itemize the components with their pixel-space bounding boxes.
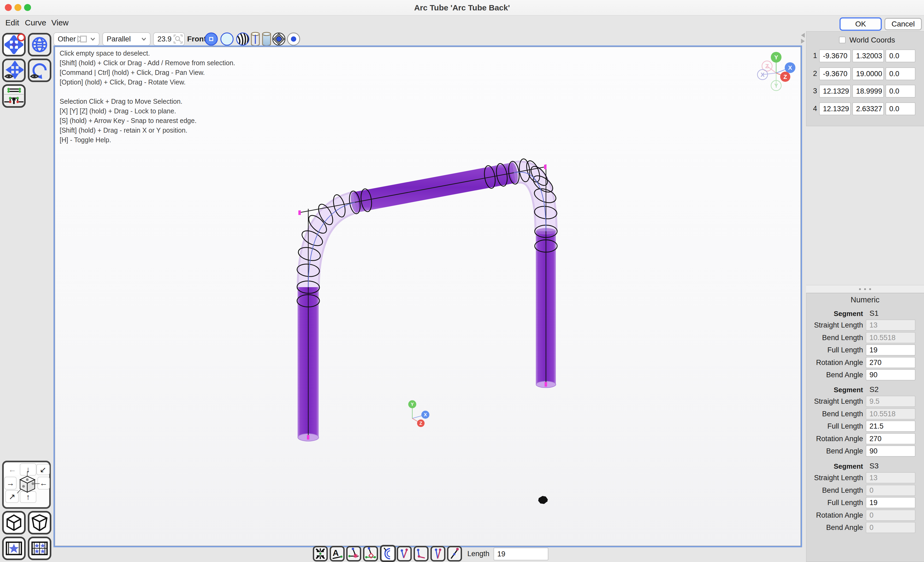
segment-label: Segment: [806, 462, 863, 471]
straight-length-label: Straight Length: [806, 321, 863, 330]
dot-circle-icon[interactable]: [286, 32, 300, 46]
svg-text:Z: Z: [420, 421, 422, 426]
globe-tool-button[interactable]: [28, 33, 51, 56]
projection-select-value: Parallel: [106, 35, 131, 43]
vee-tool-icon: [432, 547, 444, 560]
s3-full-length-field[interactable]: [866, 497, 915, 508]
collapse-left-icon[interactable]: [801, 33, 805, 38]
world-coords-checkbox[interactable]: [839, 37, 846, 43]
axis-x-label: X: [788, 64, 792, 71]
s1-rotation-angle-field[interactable]: [866, 357, 915, 368]
ok-button[interactable]: OK: [840, 17, 882, 31]
point4-y-field[interactable]: [852, 102, 884, 115]
s2-rotation-angle-field[interactable]: [866, 433, 915, 444]
projection-select[interactable]: Parallel: [102, 32, 150, 46]
pan-view-tool-button[interactable]: [2, 58, 26, 82]
converge-tool-button[interactable]: [313, 546, 328, 562]
titlebar: Arc Tube 'Arc Tube Back': [0, 0, 924, 15]
snap-point-tool-button[interactable]: [346, 546, 361, 562]
camera-icon: [77, 35, 88, 43]
point-index: 1: [808, 52, 817, 60]
full-length-label: Full Length: [806, 422, 863, 430]
point2-x-field[interactable]: [819, 67, 851, 80]
segment-tool-icon: [448, 547, 460, 560]
point2-z-field[interactable]: [885, 67, 915, 80]
diamond-point-icon: [364, 547, 376, 560]
bend-length-label: Bend Length: [806, 486, 863, 495]
s2-full-length-field[interactable]: [866, 421, 915, 432]
angle-tool-icon: [415, 547, 427, 560]
point3-y-field[interactable]: [852, 85, 884, 97]
point2-y-field[interactable]: [852, 67, 884, 80]
segment-label: Segment: [806, 310, 863, 318]
zoom-value-field[interactable]: 23.9: [153, 32, 185, 46]
eye-icon: [31, 75, 38, 78]
point1-x-field[interactable]: [819, 49, 851, 62]
move-tool-button[interactable]: [2, 33, 26, 56]
point3-z-field[interactable]: [885, 85, 915, 97]
point3-x-field[interactable]: [819, 85, 851, 97]
s1-bend-angle-field[interactable]: [866, 369, 915, 381]
mode-select[interactable]: Other: [54, 32, 99, 46]
menu-edit[interactable]: Edit: [5, 18, 19, 27]
point4-z-field[interactable]: [885, 102, 915, 115]
arc-tool-button[interactable]: [380, 545, 396, 562]
s2-bend-angle-field[interactable]: [866, 445, 915, 457]
magnifier-icon: [174, 34, 183, 43]
angle-tool-button[interactable]: [414, 546, 429, 562]
point1-z-field[interactable]: [885, 49, 915, 62]
segment-label: Segment: [806, 386, 863, 394]
point-index: 3: [808, 87, 817, 95]
segment-tool-button[interactable]: [447, 546, 462, 562]
align-text-icon: A: [331, 547, 343, 560]
menu-curve[interactable]: Curve: [25, 18, 46, 27]
menu-view[interactable]: View: [51, 18, 69, 27]
solid-square-circle-icon[interactable]: [204, 32, 218, 46]
centerlines: [300, 165, 546, 438]
s3-bend-length-field: [866, 485, 915, 496]
length-label: Length: [467, 550, 489, 558]
expand-right-icon[interactable]: [801, 39, 805, 43]
s1-full-length-field[interactable]: [866, 345, 915, 355]
line-tool-button[interactable]: [397, 546, 412, 562]
view-navigation-panel: ← ↓ ↙ → ← ↗ ↑: [2, 461, 51, 509]
iso-view-button[interactable]: [2, 511, 26, 535]
zoom-value: 23.9: [158, 35, 172, 43]
full-length-label: Full Length: [806, 499, 863, 507]
quad-view-button[interactable]: [28, 537, 51, 560]
point-index: 4: [808, 105, 817, 113]
zebra-circle-icon[interactable]: [236, 32, 250, 46]
bend-length-label: Bend Length: [806, 334, 863, 342]
mode-select-value: Other: [58, 35, 76, 43]
rotation-angle-label: Rotation Angle: [806, 435, 863, 443]
nav-cube-icon[interactable]: [14, 470, 40, 499]
align-text-tool-button[interactable]: A: [330, 546, 345, 562]
pan-view-icon: [4, 61, 24, 80]
perspective-view-button[interactable]: [28, 511, 51, 535]
diamond-point-tool-button[interactable]: [363, 546, 378, 562]
svg-text:X: X: [424, 412, 427, 417]
bend-angle-label: Bend Angle: [806, 447, 863, 455]
full-length-label: Full Length: [806, 346, 863, 354]
viewport-canvas[interactable]: Click empty space to deselect. [Shift] (…: [54, 45, 802, 547]
point1-y-field[interactable]: [852, 49, 884, 62]
world-coords-label: World Coords: [849, 36, 895, 44]
diamond-pattern-circle-icon[interactable]: [272, 32, 286, 46]
globe-icon: [30, 35, 49, 54]
s1-straight-length-field: [866, 319, 915, 331]
numeric-panel-title: Numeric: [806, 295, 924, 304]
s3-straight-length-field: [866, 472, 915, 483]
merge-edges-icon: [4, 86, 24, 106]
length-field[interactable]: [494, 547, 548, 561]
cancel-button[interactable]: Cancel: [884, 18, 922, 30]
point4-x-field[interactable]: [819, 102, 851, 115]
single-star-icon: [5, 541, 22, 556]
single-view-button[interactable]: [2, 537, 26, 560]
merge-edges-tool-button[interactable]: [2, 84, 26, 108]
panel-resize-handle[interactable]: [806, 285, 924, 293]
rotate-view-tool-button[interactable]: [28, 58, 51, 82]
plain-circle-icon[interactable]: [220, 32, 234, 46]
axis-y-label: Y: [774, 54, 778, 61]
axis-z-label: Z: [783, 73, 787, 80]
vee-tool-button[interactable]: [430, 546, 446, 562]
